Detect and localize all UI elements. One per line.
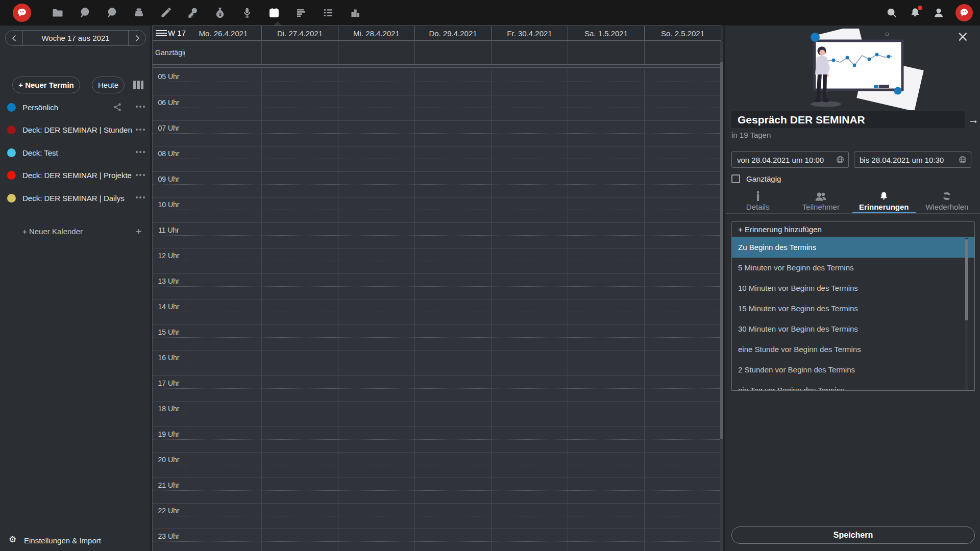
time-slot-cell[interactable] xyxy=(261,299,338,324)
time-slot-cell[interactable] xyxy=(568,350,644,375)
time-slot-cell[interactable] xyxy=(338,197,414,222)
calendar-actions-menu-icon[interactable] xyxy=(136,129,145,131)
time-grid[interactable]: 05 Uhr06 Uhr07 Uhr08 Uhr09 Uhr10 Uhr11 U… xyxy=(153,69,721,551)
day-header[interactable]: Do. 29.4.2021 xyxy=(414,26,491,40)
time-slot-cell[interactable] xyxy=(338,146,414,171)
time-slot-cell[interactable] xyxy=(568,197,644,222)
allday-cell[interactable] xyxy=(568,41,644,64)
search-icon[interactable] xyxy=(885,6,898,19)
time-slot-cell[interactable] xyxy=(568,299,644,324)
new-event-button[interactable]: + Neuer Termin xyxy=(12,77,80,93)
time-slot-cell[interactable] xyxy=(414,453,491,478)
time-slot-cell[interactable] xyxy=(644,172,721,197)
stack-app-icon[interactable] xyxy=(125,0,152,26)
new-calendar-button[interactable]: + Neuer Kalender + xyxy=(0,220,150,242)
time-slot-cell[interactable] xyxy=(338,529,414,551)
bar-chart-app-icon[interactable] xyxy=(341,0,369,26)
time-slot-cell[interactable] xyxy=(185,274,261,299)
time-slot-cell[interactable] xyxy=(491,325,568,350)
week-label[interactable]: Woche 17 aus 2021 xyxy=(23,31,128,45)
time-slot-cell[interactable] xyxy=(644,504,721,529)
grid-scrollbar-thumb[interactable] xyxy=(720,62,723,439)
previous-week-button[interactable] xyxy=(6,31,23,45)
reminder-list-scrollbar[interactable] xyxy=(965,238,968,390)
time-slot-cell[interactable] xyxy=(338,248,414,273)
today-button[interactable]: Heute xyxy=(92,77,125,93)
time-slot-cell[interactable] xyxy=(185,299,261,324)
grid-scrollbar[interactable] xyxy=(720,41,723,551)
calendar-list-item[interactable]: Deck: Test xyxy=(0,141,150,164)
time-slot-cell[interactable] xyxy=(644,146,721,171)
time-slot-cell[interactable] xyxy=(414,274,491,299)
time-slot-cell[interactable] xyxy=(185,146,261,171)
time-slot-cell[interactable] xyxy=(414,248,491,273)
timezone-globe-icon[interactable] xyxy=(836,156,844,164)
time-slot-cell[interactable] xyxy=(185,529,261,551)
time-slot-cell[interactable] xyxy=(491,69,568,95)
time-slot-cell[interactable] xyxy=(568,69,644,95)
time-slot-cell[interactable] xyxy=(568,478,644,503)
day-header[interactable]: Fr. 30.4.2021 xyxy=(491,26,568,40)
time-slot-cell[interactable] xyxy=(338,299,414,324)
time-slot-cell[interactable] xyxy=(414,95,491,120)
time-slot-cell[interactable] xyxy=(338,121,414,146)
time-slot-cell[interactable] xyxy=(491,478,568,503)
time-slot-cell[interactable] xyxy=(491,146,568,171)
time-slot-cell[interactable] xyxy=(414,478,491,503)
time-slot-cell[interactable] xyxy=(338,69,414,95)
key-app-icon[interactable] xyxy=(179,0,206,26)
time-slot-cell[interactable] xyxy=(185,69,261,95)
settings-import-button[interactable]: ⚙ Einstellungen & Import xyxy=(0,530,150,551)
folder-app-icon[interactable] xyxy=(44,0,71,26)
talk-bubble-app-icon[interactable] xyxy=(71,0,98,26)
time-slot-cell[interactable] xyxy=(644,121,721,146)
time-slot-cell[interactable] xyxy=(568,504,644,529)
event-title-input[interactable]: Gespräch DER SEMINAR xyxy=(731,111,965,128)
time-slot-cell[interactable] xyxy=(568,376,644,401)
calendar-list-item[interactable]: Deck: DER SEMINAR | Stunden xyxy=(0,119,150,142)
pencil-app-icon[interactable] xyxy=(152,0,179,26)
time-slot-cell[interactable] xyxy=(491,95,568,120)
time-slot-cell[interactable] xyxy=(261,427,338,452)
time-slot-cell[interactable] xyxy=(568,325,644,350)
time-slot-cell[interactable] xyxy=(338,223,414,248)
time-slot-cell[interactable] xyxy=(568,529,644,551)
time-slot-cell[interactable] xyxy=(338,350,414,375)
allday-cell[interactable] xyxy=(338,41,414,64)
reminder-option[interactable]: eine Stunde vor Beginn des Termins xyxy=(732,339,974,360)
time-slot-cell[interactable] xyxy=(261,121,338,146)
time-slot-cell[interactable] xyxy=(491,172,568,197)
magnifier-plus-app-icon[interactable] xyxy=(98,0,125,26)
time-slot-cell[interactable] xyxy=(414,350,491,375)
time-slot-cell[interactable] xyxy=(414,299,491,324)
time-slot-cell[interactable] xyxy=(338,478,414,503)
time-slot-cell[interactable] xyxy=(491,402,568,427)
day-header[interactable]: Sa. 1.5.2021 xyxy=(568,26,644,40)
calendar-list-item[interactable]: Persönlich xyxy=(0,96,150,119)
calendar-actions-menu-icon[interactable] xyxy=(136,151,145,153)
time-slot-cell[interactable] xyxy=(338,376,414,401)
reminder-option[interactable]: 5 Minuten vor Beginn des Termins xyxy=(732,258,974,278)
time-slot-cell[interactable] xyxy=(644,427,721,452)
calendar-actions-menu-icon[interactable] xyxy=(136,174,145,176)
time-slot-cell[interactable] xyxy=(491,504,568,529)
allday-cell[interactable] xyxy=(414,41,491,64)
tab-erinnerungen[interactable]: Erinnerungen xyxy=(852,190,916,213)
time-slot-cell[interactable] xyxy=(261,376,338,401)
time-slot-cell[interactable] xyxy=(568,274,644,299)
time-slot-cell[interactable] xyxy=(261,197,338,222)
time-slot-cell[interactable] xyxy=(261,529,338,551)
time-slot-cell[interactable] xyxy=(568,172,644,197)
view-toggle-icon[interactable] xyxy=(133,81,143,89)
bullet-list-app-icon[interactable] xyxy=(314,0,341,26)
reminder-option[interactable]: 2 Stunden vor Beginn des Termins xyxy=(732,360,974,380)
next-week-button[interactable] xyxy=(128,31,145,45)
time-slot-cell[interactable] xyxy=(261,146,338,171)
calendar-actions-menu-icon[interactable] xyxy=(136,196,145,198)
time-slot-cell[interactable] xyxy=(644,95,721,120)
time-slot-cell[interactable] xyxy=(338,274,414,299)
reminder-scrollbar-thumb[interactable] xyxy=(965,239,968,320)
time-slot-cell[interactable] xyxy=(185,121,261,146)
time-slot-cell[interactable] xyxy=(644,223,721,248)
checkbox-box[interactable] xyxy=(731,174,740,183)
